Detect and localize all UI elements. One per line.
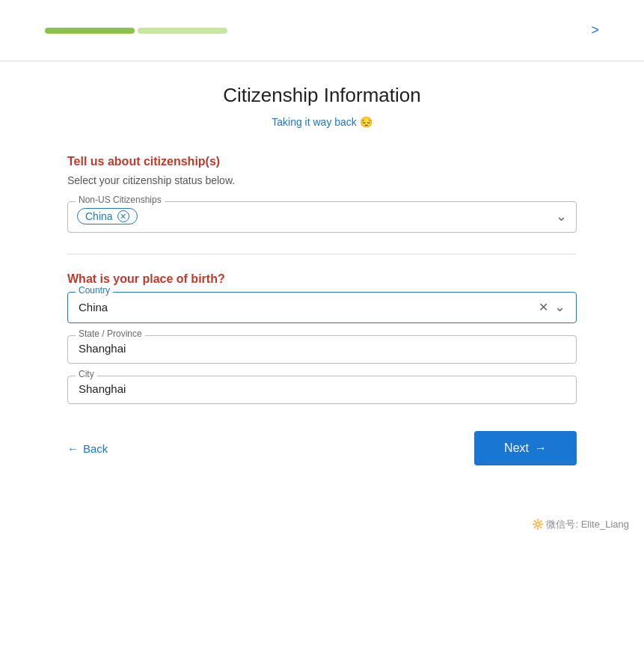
citizenship-dropdown-arrow[interactable]: ⌄ [556,208,567,224]
footer-buttons: ← Back Next → [67,431,577,510]
non-us-citizenships-label: Non-US Citizenships [76,195,165,205]
state-label: State / Province [76,328,145,339]
watermark-icon: 🔆 [532,519,544,530]
page-title: Citizenship Information [67,84,577,107]
birth-heading: What is your place of birth? [67,272,577,286]
page-subtitle: Taking it way back 😔 [67,116,577,128]
chevron-right-icon[interactable]: > [591,22,599,38]
next-arrow-icon: → [535,441,547,455]
citizenship-chips: China × [77,208,138,224]
watermark-text: 微信号: Elite_Liang [546,519,629,530]
progress-segment-filled [45,28,135,34]
top-divider [0,61,644,61]
back-arrow-icon: ← [67,442,79,455]
citizenship-heading: Tell us about citizenship(s) [67,155,577,168]
section-divider [67,254,577,254]
watermark: 🔆 微信号: Elite_Liang [0,510,644,546]
country-label: Country [76,285,113,296]
next-button[interactable]: Next → [474,431,577,465]
state-field[interactable]: State / Province Shanghai [67,335,577,364]
chip-text: China [85,210,113,222]
chip-close-button[interactable]: × [117,210,129,222]
back-label: Back [83,442,108,455]
country-clear-button[interactable]: ✕ [539,300,548,314]
back-button[interactable]: ← Back [67,442,108,455]
progress-bar [45,28,576,34]
city-label: City [76,369,97,379]
city-value: Shanghai [79,382,126,395]
non-us-citizenships-field[interactable]: Non-US Citizenships China × ⌄ [67,201,577,233]
country-dropdown-arrow[interactable]: ⌄ [554,299,565,315]
city-field[interactable]: City Shanghai [67,376,577,404]
state-value: Shanghai [79,342,126,355]
citizenship-description: Select your citizenship status below. [67,174,577,186]
china-chip[interactable]: China × [77,208,138,224]
next-label: Next [504,441,529,455]
progress-segment-unfilled [138,28,227,34]
country-value: China [79,301,108,314]
country-field[interactable]: Country China ✕ ⌄ [67,292,577,323]
